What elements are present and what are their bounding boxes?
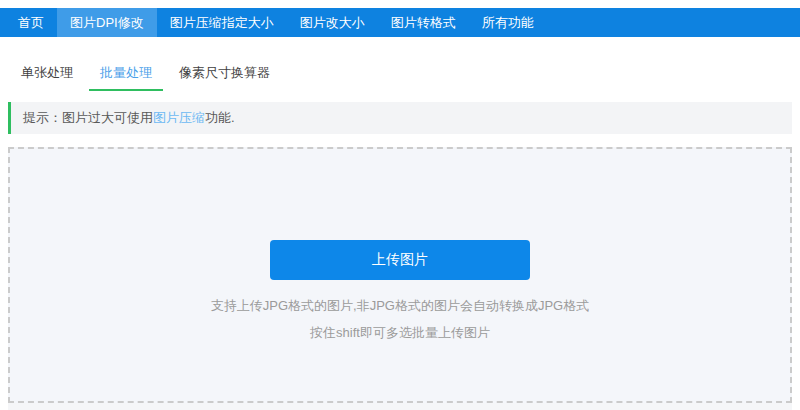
nav-item-all-features[interactable]: 所有功能 [469,8,547,37]
image-compress-link[interactable]: 图片压缩 [153,109,205,127]
tip-banner: 提示：图片过大可使用图片压缩功能. [8,102,792,134]
mode-tabs: 单张处理 批量处理 像素尺寸换算器 [10,64,800,91]
upload-dropzone: 上传图片 支持上传JPG格式的图片,非JPG格式的图片会自动转换成JPG格式 按… [8,147,792,403]
upload-hint-multiselect: 按住shift即可多选批量上传图片 [10,324,790,342]
nav-item-resize[interactable]: 图片改大小 [287,8,378,37]
nav-item-dpi-modify[interactable]: 图片DPI修改 [57,8,157,37]
nav-item-compress-to-size[interactable]: 图片压缩指定大小 [157,8,287,37]
tab-single-process[interactable]: 单张处理 [10,64,84,91]
upload-image-button[interactable]: 上传图片 [270,240,530,280]
tab-batch-process[interactable]: 批量处理 [89,64,163,91]
tip-text-suffix: 功能. [205,109,235,127]
page-bottom-spacer [8,403,792,410]
nav-item-convert-format[interactable]: 图片转格式 [378,8,469,37]
nav-item-home[interactable]: 首页 [5,8,57,37]
tab-pixel-size-converter[interactable]: 像素尺寸换算器 [168,64,281,91]
top-nav: 首页 图片DPI修改 图片压缩指定大小 图片改大小 图片转格式 所有功能 [0,8,800,37]
upload-hint-format: 支持上传JPG格式的图片,非JPG格式的图片会自动转换成JPG格式 [10,297,790,315]
tip-text-prefix: 提示：图片过大可使用 [23,109,153,127]
